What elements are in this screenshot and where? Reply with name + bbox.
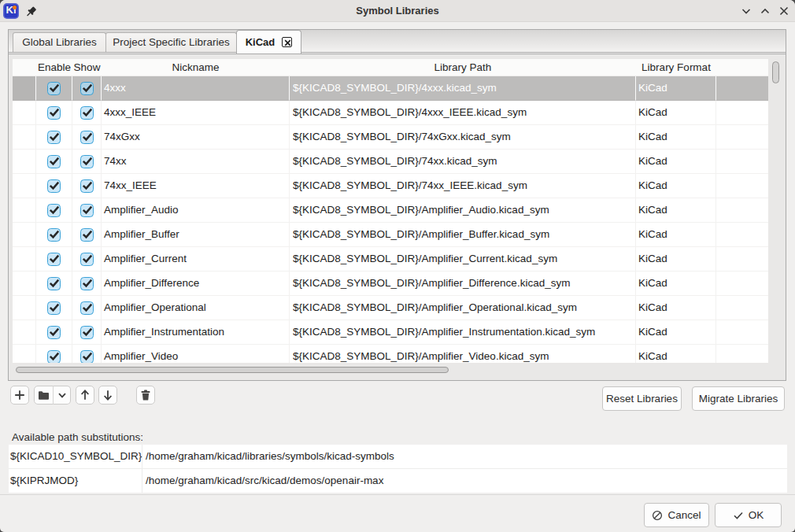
library-path-cell[interactable]: ${KICAD8_SYMBOL_DIR}/Amplifier_Current.k… — [290, 247, 636, 272]
table-row[interactable]: Amplifier_Difference${KICAD8_SYMBOL_DIR}… — [13, 272, 768, 296]
nickname-cell[interactable]: Amplifier_Instrumentation — [102, 320, 290, 345]
library-path-cell[interactable]: ${KICAD8_SYMBOL_DIR}/74xGxx.kicad_sym — [290, 125, 636, 150]
open-folder-menu-button[interactable] — [53, 386, 71, 405]
show-checkbox[interactable] — [80, 326, 94, 339]
show-checkbox[interactable] — [80, 253, 94, 266]
row-header[interactable] — [13, 272, 36, 296]
enable-checkbox[interactable] — [47, 179, 61, 193]
nickname-cell[interactable]: 74xx_IEEE — [102, 174, 290, 198]
nickname-cell[interactable]: 74xGxx — [102, 125, 290, 150]
show-checkbox[interactable] — [80, 350, 94, 364]
cancel-button[interactable]: Cancel — [644, 503, 709, 527]
row-header[interactable] — [13, 174, 36, 198]
nickname-cell[interactable]: Amplifier_Difference — [102, 272, 290, 296]
row-header[interactable] — [13, 223, 36, 247]
enable-checkbox[interactable] — [47, 350, 61, 364]
enable-checkbox[interactable] — [47, 301, 61, 315]
table-row[interactable]: Amplifier_Buffer${KICAD8_SYMBOL_DIR}/Amp… — [13, 223, 768, 247]
ok-button[interactable]: OK — [715, 503, 782, 527]
library-format-cell[interactable]: KiCad — [636, 247, 716, 272]
library-format-cell[interactable]: KiCad — [636, 150, 716, 174]
show-checkbox[interactable] — [80, 228, 94, 242]
row-header[interactable] — [13, 101, 36, 125]
show-checkbox[interactable] — [80, 204, 94, 217]
library-path-cell[interactable]: ${KICAD8_SYMBOL_DIR}/Amplifier_Video.kic… — [290, 345, 636, 363]
enable-checkbox[interactable] — [47, 326, 61, 339]
table-row[interactable]: Amplifier_Instrumentation${KICAD8_SYMBOL… — [13, 320, 768, 345]
library-format-cell[interactable]: KiCad — [636, 272, 716, 296]
column-header-enable[interactable]: Enable — [36, 59, 72, 76]
enable-checkbox[interactable] — [47, 253, 61, 266]
nickname-cell[interactable]: 4xxx_IEEE — [102, 101, 290, 125]
close-button[interactable] — [779, 6, 789, 16]
library-format-cell[interactable]: KiCad — [636, 198, 716, 223]
move-up-button[interactable] — [76, 386, 94, 405]
library-path-cell[interactable]: ${KICAD8_SYMBOL_DIR}/Amplifier_Instrumen… — [290, 320, 636, 345]
tab-kicad[interactable]: KiCad — [236, 30, 301, 54]
enable-checkbox[interactable] — [47, 82, 61, 95]
library-path-cell[interactable]: ${KICAD8_SYMBOL_DIR}/74xx.kicad_sym — [290, 150, 636, 174]
row-header[interactable] — [13, 125, 36, 150]
table-row[interactable]: 4xxx_IEEE${KICAD8_SYMBOL_DIR}/4xxx_IEEE.… — [13, 101, 768, 125]
nickname-cell[interactable]: Amplifier_Video — [102, 345, 290, 363]
move-down-button[interactable] — [98, 386, 117, 405]
library-path-cell[interactable]: ${KICAD8_SYMBOL_DIR}/74xx_IEEE.kicad_sym — [290, 174, 636, 198]
table-row[interactable]: 74xx${KICAD8_SYMBOL_DIR}/74xx.kicad_symK… — [13, 150, 768, 174]
table-row[interactable]: Amplifier_Operational${KICAD8_SYMBOL_DIR… — [13, 296, 768, 320]
minimize-button[interactable] — [741, 6, 751, 16]
library-format-cell[interactable]: KiCad — [636, 101, 716, 125]
tab-project-specific-libraries[interactable]: Project Specific Libraries — [105, 32, 237, 52]
column-header-show[interactable]: Show — [72, 59, 102, 76]
row-header[interactable] — [13, 76, 36, 101]
reset-libraries-button[interactable]: Reset Libraries — [602, 386, 682, 411]
enable-checkbox[interactable] — [47, 277, 61, 290]
enable-checkbox[interactable] — [47, 204, 61, 217]
row-header[interactable] — [13, 296, 36, 320]
nickname-cell[interactable]: 74xx — [102, 150, 290, 174]
library-format-cell[interactable]: KiCad — [636, 296, 716, 320]
row-header[interactable] — [13, 345, 36, 363]
show-checkbox[interactable] — [80, 277, 94, 290]
row-header[interactable] — [13, 198, 36, 223]
library-format-cell[interactable]: KiCad — [636, 174, 716, 198]
nickname-cell[interactable]: Amplifier_Audio — [102, 198, 290, 223]
library-path-cell[interactable]: ${KICAD8_SYMBOL_DIR}/Amplifier_Buffer.ki… — [290, 223, 636, 247]
show-checkbox[interactable] — [80, 82, 94, 95]
column-header-library-path[interactable]: Library Path — [290, 59, 636, 76]
table-row[interactable]: Amplifier_Audio${KICAD8_SYMBOL_DIR}/Ampl… — [13, 198, 768, 223]
library-path-cell[interactable]: ${KICAD8_SYMBOL_DIR}/Amplifier_Operation… — [290, 296, 636, 320]
table-row[interactable]: 4xxx${KICAD8_SYMBOL_DIR}/4xxx.kicad_symK… — [13, 76, 768, 101]
nickname-cell[interactable]: Amplifier_Operational — [102, 296, 290, 320]
library-format-cell[interactable]: KiCad — [636, 320, 716, 345]
show-checkbox[interactable] — [80, 155, 94, 168]
tab-close-icon[interactable] — [282, 37, 292, 47]
vertical-scrollbar-thumb[interactable] — [772, 61, 779, 83]
column-header-library-format[interactable]: Library Format — [636, 59, 716, 76]
column-header-nickname[interactable]: Nickname — [102, 59, 290, 76]
enable-checkbox[interactable] — [47, 131, 61, 144]
nickname-cell[interactable]: Amplifier_Buffer — [102, 223, 290, 247]
enable-checkbox[interactable] — [47, 155, 61, 168]
row-header[interactable] — [13, 320, 36, 345]
show-checkbox[interactable] — [80, 301, 94, 315]
nickname-cell[interactable]: 4xxx — [102, 76, 290, 101]
migrate-libraries-button[interactable]: Migrate Libraries — [692, 386, 785, 411]
table-row[interactable]: Amplifier_Video${KICAD8_SYMBOL_DIR}/Ampl… — [13, 345, 768, 363]
table-row[interactable]: 74xGxx${KICAD8_SYMBOL_DIR}/74xGxx.kicad_… — [13, 125, 768, 150]
horizontal-scrollbar-thumb[interactable] — [16, 367, 449, 373]
add-library-button[interactable] — [10, 386, 29, 405]
library-path-cell[interactable]: ${KICAD8_SYMBOL_DIR}/4xxx_IEEE.kicad_sym — [290, 101, 636, 125]
library-format-cell[interactable]: KiCad — [636, 76, 716, 101]
show-checkbox[interactable] — [80, 131, 94, 144]
row-header[interactable] — [13, 150, 36, 174]
open-folder-button[interactable] — [34, 386, 54, 405]
tab-global-libraries[interactable]: Global Libraries — [13, 32, 106, 52]
show-checkbox[interactable] — [80, 106, 94, 120]
maximize-button[interactable] — [760, 6, 770, 16]
library-path-cell[interactable]: ${KICAD8_SYMBOL_DIR}/Amplifier_Audio.kic… — [290, 198, 636, 223]
delete-library-button[interactable] — [136, 386, 155, 405]
library-format-cell[interactable]: KiCad — [636, 345, 716, 363]
library-format-cell[interactable]: KiCad — [636, 223, 716, 247]
library-path-cell[interactable]: ${KICAD8_SYMBOL_DIR}/Amplifier_Differenc… — [290, 272, 636, 296]
table-row[interactable]: 74xx_IEEE${KICAD8_SYMBOL_DIR}/74xx_IEEE.… — [13, 174, 768, 198]
